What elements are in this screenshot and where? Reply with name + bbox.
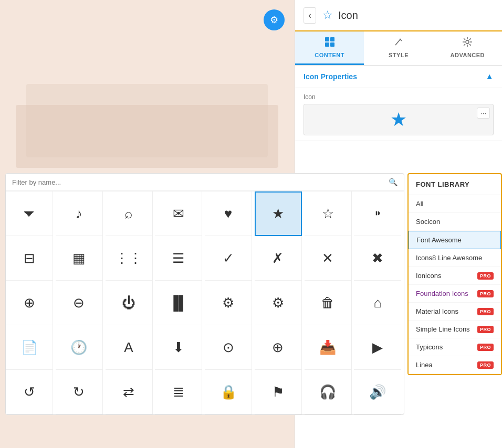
tab-style[interactable]: STYLE (364, 31, 433, 65)
font-library-item[interactable]: Foundation IconsPRO (409, 285, 501, 303)
icon-cell[interactable]: ↻ (56, 370, 103, 414)
icon-cell[interactable]: ⊕ (255, 325, 302, 370)
pro-badge: PRO (477, 361, 494, 369)
tab-style-label: STYLE (389, 52, 409, 58)
icon-cell[interactable]: ✕ (305, 236, 352, 281)
icon-cell[interactable]: ⏷ (6, 191, 53, 236)
icon-cell[interactable]: ⌂ (354, 281, 401, 325)
icon-cell[interactable]: ♪ (56, 191, 103, 236)
icon-cell[interactable]: ⋮⋮ (106, 236, 153, 281)
font-library-item-label: Typicons (416, 343, 443, 351)
section-title: Icon Properties (304, 72, 357, 81)
icon-cell[interactable]: 🔒 (205, 370, 252, 414)
icon-cell[interactable]: ✗ (255, 236, 302, 281)
font-library-item-label: Icons8 Line Awesome (416, 254, 482, 262)
tab-content[interactable]: CONTENT (295, 31, 364, 65)
content-tab-icon (325, 37, 335, 50)
svg-line-12 (469, 44, 471, 46)
font-library-item[interactable]: Simple Line IconsPRO (409, 321, 501, 338)
svg-line-13 (469, 38, 471, 40)
icon-cell[interactable]: ⊙ (205, 325, 252, 370)
icon-cell[interactable]: ⊖ (56, 281, 103, 325)
icon-cell[interactable]: ▶ (354, 325, 401, 370)
icon-cell[interactable]: ♥ (205, 191, 252, 236)
panel-title: Icon (338, 9, 358, 22)
svg-point-6 (466, 40, 469, 44)
icon-cell[interactable]: 📄 (6, 325, 53, 370)
icon-cell[interactable]: ✖ (354, 236, 401, 281)
pro-badge: PRO (477, 308, 494, 315)
font-library-item-label: All (416, 200, 423, 208)
icon-cell[interactable]: ⚙ (255, 281, 302, 325)
icon-cell[interactable]: ☰ (155, 236, 202, 281)
icon-cell[interactable]: 📥 (305, 325, 352, 370)
font-library-title: FONT LIBRARY (409, 174, 501, 195)
tab-advanced[interactable]: ADVANCED (433, 31, 502, 65)
gear-icon: ⚙ (270, 14, 278, 26)
icon-preview-container: ★ ··· (304, 104, 494, 135)
icon-cell[interactable]: ☆ (305, 191, 352, 236)
font-library-item[interactable]: TypiconsPRO (409, 338, 501, 356)
icon-cell[interactable]: 🕐 (56, 325, 103, 370)
icon-preview-section: Icon ★ ··· (295, 88, 502, 141)
icon-cell[interactable]: ⁍ (354, 191, 401, 236)
svg-rect-3 (330, 42, 334, 47)
icon-cell[interactable]: 🗑 (305, 281, 352, 325)
font-library-item[interactable]: All (409, 195, 501, 213)
panel-icon: ☆ (322, 8, 333, 22)
icon-cell[interactable]: ⏻ (106, 281, 153, 325)
font-library-item-label: Socicon (416, 218, 440, 226)
icon-cell[interactable]: ⬇ (155, 325, 202, 370)
pro-badge: PRO (477, 344, 494, 351)
bg-decoration-2 (16, 105, 278, 168)
tabs-bar: CONTENT STYLE (295, 31, 502, 66)
icon-cell[interactable]: ⌕ (106, 191, 153, 236)
advanced-tab-icon (462, 37, 473, 50)
icon-cell[interactable]: A (106, 325, 153, 370)
icon-cell[interactable]: ⊕ (6, 281, 53, 325)
icon-properties-section: Icon Properties ▲ (295, 66, 502, 88)
svg-line-4 (395, 39, 401, 45)
font-library-item[interactable]: Material IconsPRO (409, 303, 501, 321)
icon-cell[interactable]: ✉ (155, 191, 202, 236)
icon-search-input[interactable] (12, 178, 384, 186)
font-library-list: AllSociconFont AwesomeIcons8 Line Awesom… (409, 195, 501, 374)
font-library-item-label: Material Icons (416, 307, 458, 315)
font-library-panel: FONT LIBRARY AllSociconFont AwesomeIcons… (407, 173, 502, 375)
pro-badge: PRO (477, 290, 494, 297)
font-library-item[interactable]: LineaPRO (409, 356, 501, 374)
settings-gear-button[interactable]: ⚙ (264, 9, 285, 30)
icon-cell[interactable]: ★ (255, 191, 302, 236)
font-library-item-label: Linea (416, 361, 433, 369)
icon-cell[interactable]: ↺ (6, 370, 53, 414)
font-library-item[interactable]: Font Awesome (409, 231, 501, 249)
svg-line-11 (464, 38, 466, 40)
font-library-item-label: Simple Line Icons (416, 325, 470, 333)
font-library-item[interactable]: IoniconsPRO (409, 267, 501, 285)
icon-cell[interactable]: 🔊 (354, 370, 401, 414)
icon-cell[interactable]: ✓ (205, 236, 252, 281)
font-library-item-label: Foundation Icons (416, 290, 468, 297)
back-button[interactable]: ‹ (304, 7, 316, 24)
svg-rect-0 (325, 37, 329, 41)
icon-cell[interactable]: ▦ (56, 236, 103, 281)
icon-cell[interactable]: ⇄ (106, 370, 153, 414)
icon-cell[interactable]: 🎧 (305, 370, 352, 414)
panel-header: ‹ ☆ Icon (295, 0, 502, 31)
collapse-section-button[interactable]: ▲ (485, 72, 494, 81)
icon-grid-panel: 🔍 ⏷♪⌕✉♥★☆⁍⊟▦⋮⋮☰✓✗✕✖⊕⊖⏻▐▌⚙⚙🗑⌂📄🕐A⬇⊙⊕📥▶↺↻⇄≣… (5, 173, 404, 415)
icon-cell[interactable]: ⚙ (205, 281, 252, 325)
tab-content-label: CONTENT (315, 52, 344, 58)
pro-badge: PRO (477, 326, 494, 333)
font-library-item[interactable]: Socicon (409, 213, 501, 231)
pro-badge: PRO (477, 272, 494, 280)
svg-rect-2 (325, 42, 329, 47)
icon-cell[interactable]: ▐▌ (155, 281, 202, 325)
font-library-item-label: Font Awesome (416, 236, 462, 244)
icon-cell[interactable]: ≣ (155, 370, 202, 414)
icon-cell[interactable]: ⊟ (6, 236, 53, 281)
search-icon: 🔍 (389, 178, 398, 186)
icon-cell[interactable]: ⚑ (255, 370, 302, 414)
icon-menu-button[interactable]: ··· (477, 108, 490, 119)
font-library-item[interactable]: Icons8 Line Awesome (409, 249, 501, 267)
